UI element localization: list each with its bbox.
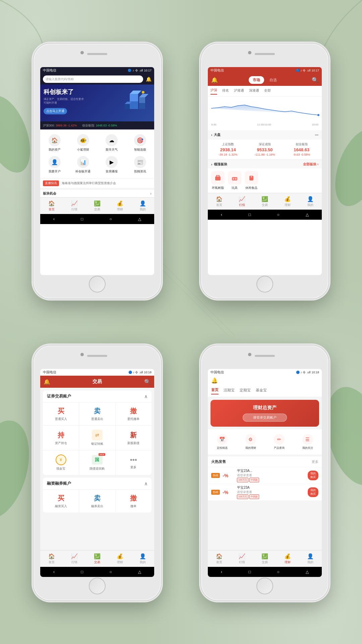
hot-buy-btn-2[interactable]: 我的购买 — [308, 487, 318, 497]
p4-tab-current[interactable]: 活期宝 — [224, 388, 235, 394]
trade-transfer[interactable]: ⇄ 银证转账 — [79, 426, 115, 450]
sector-toy[interactable]: 玩具 — [228, 171, 241, 190]
phone1-home-button[interactable] — [89, 276, 106, 292]
nav-market[interactable]: 📈 行情 — [71, 200, 78, 212]
quick-item-kcb[interactable]: 📊 科创板开通 — [69, 154, 97, 176]
p3-android-circle[interactable]: ○ — [110, 570, 112, 574]
subtab-hkconnect-sh[interactable]: 沪港通 — [234, 88, 244, 94]
nav-trade[interactable]: 💹 交易 — [94, 200, 101, 212]
quick-item-finance[interactable]: 🐠 小鲨理财 — [69, 132, 97, 154]
margin-sell[interactable]: 卖 融券卖出 — [79, 490, 115, 513]
p3-android-triangle[interactable]: △ — [138, 570, 141, 574]
hot-tag-amount-2: 100万元 — [237, 494, 248, 499]
android-triangle-icon[interactable]: △ — [138, 217, 141, 221]
p4-tab-fixed[interactable]: 定期宝 — [240, 388, 251, 394]
p2-nav-trade[interactable]: 💹 交易 — [261, 196, 268, 207]
subtab-all[interactable]: 全部 — [264, 88, 271, 94]
collapse-icon[interactable]: ∧ — [144, 394, 147, 399]
android-circle-icon[interactable]: ○ — [110, 217, 112, 221]
quick-item-open[interactable]: 👤 我要开户 — [40, 154, 69, 176]
p4-nav-trade[interactable]: 💹 交易 — [261, 553, 268, 565]
hot-tag-risk-2: 中风险 — [249, 494, 259, 499]
trade-buy[interactable]: 买 普通买入 — [43, 402, 79, 425]
p4-nav-finance[interactable]: 💰 理财 — [284, 553, 291, 565]
android-back-icon[interactable]: ‹ — [53, 217, 55, 221]
p4-tab-home[interactable]: 首页 — [211, 387, 219, 394]
phone2-bell-icon[interactable]: 🔔 — [211, 77, 218, 83]
phone1-banner-button[interactable]: 点击马上开通 — [44, 108, 67, 114]
trade-cancel[interactable]: 撤 委托撤单 — [116, 402, 152, 425]
nav-home[interactable]: 🏠 首页 — [48, 200, 55, 212]
quick-item-news[interactable]: 📰 投顾资讯 — [126, 154, 154, 176]
p2-nav-finance[interactable]: 💰 理财 — [284, 196, 291, 207]
trade-hold[interactable]: 持 资产持仓 — [43, 426, 79, 450]
p2-nav-home[interactable]: 🏠 首页 — [216, 196, 223, 207]
p4-nav-market[interactable]: 📈 行情 — [239, 553, 245, 565]
subtab-rank[interactable]: 排名 — [222, 88, 229, 94]
p2-android-home[interactable]: □ — [248, 212, 251, 217]
phone4-login-button[interactable]: 请登录交易账户 — [243, 414, 287, 422]
p3-nav-trade[interactable]: 💹 交易 — [94, 553, 101, 565]
p3-android-back[interactable]: ‹ — [53, 570, 55, 574]
kcb-icon: 📊 — [77, 156, 89, 168]
p3-android-home[interactable]: □ — [81, 570, 83, 574]
trade-cash[interactable]: ¥ 现金宝 — [43, 450, 79, 475]
hot-buy-btn-1[interactable]: 我的购买 — [308, 471, 318, 480]
p2-nav-market[interactable]: 📈 行情 — [239, 196, 245, 207]
p4-android-circle[interactable]: ○ — [277, 570, 280, 574]
quick-item-select[interactable]: 🎯 智能选股 — [126, 132, 154, 154]
margin-buy[interactable]: 买 融资买入 — [43, 490, 79, 513]
bell-icon[interactable]: 🔔 — [146, 76, 152, 82]
trade-bond[interactable]: 国 NEW 国债逆回购 — [79, 450, 115, 475]
phone2-tab-market[interactable]: 市场 — [249, 76, 264, 84]
phone3-bell-icon[interactable]: 🔔 — [44, 379, 50, 385]
trade-sell[interactable]: 卖 普通卖出 — [79, 402, 115, 425]
p3-nav-finance[interactable]: 💰 理财 — [117, 553, 123, 565]
phone2: 中国电信 🔵 ♪ 令 .ull 10:17 🔔 市场 自选 🔍 — [201, 44, 328, 299]
hold-icon: 持 — [58, 431, 64, 440]
p4-android-back[interactable]: ‹ — [221, 570, 222, 574]
p2-nav-profile[interactable]: 👤 我的 — [307, 196, 314, 207]
sector-more-link[interactable]: 全部板块 › — [303, 162, 318, 167]
quick-item-assets[interactable]: 🏠 我的资产 — [40, 132, 69, 154]
subtab-hushen[interactable]: 沪深 — [210, 88, 217, 95]
p4-tab-fund[interactable]: 基金宝 — [256, 388, 267, 394]
phone2-home-button[interactable] — [256, 276, 273, 292]
p4-nav-profile[interactable]: 👤 我的 — [307, 553, 314, 565]
quick-item-weather[interactable]: ☁ 股市天气 — [97, 132, 126, 154]
subtab-hkconnect-sz[interactable]: 深港通 — [249, 88, 259, 94]
phone2-tab-watchlist[interactable]: 自选 — [265, 76, 281, 84]
p2-android-circle[interactable]: ○ — [277, 212, 280, 217]
nav-finance[interactable]: 💰 理财 — [117, 200, 123, 212]
sector-snack[interactable]: 休闲食品 — [245, 171, 258, 190]
hot-more-link[interactable]: 更多 — [312, 460, 318, 464]
p4-android-home[interactable]: □ — [248, 570, 251, 574]
phone3-home-button[interactable] — [89, 578, 106, 594]
trade-more[interactable]: ••• 更多 — [116, 450, 152, 475]
p4-android-triangle[interactable]: △ — [306, 570, 309, 574]
news-label: 投顾资讯 — [134, 169, 146, 174]
nav-profile[interactable]: 👤 我的 — [139, 200, 146, 212]
android-home-icon[interactable]: □ — [81, 217, 83, 221]
p4-quick-watch[interactable]: ☰ 我的关注 — [293, 432, 322, 452]
sector-epoxy[interactable]: 环氧树脂 — [211, 171, 225, 190]
p2-android-back[interactable]: ‹ — [221, 212, 222, 217]
p4-quick-dz[interactable]: 📅 定投精选 — [208, 432, 236, 452]
phone1-search-input[interactable]: 请输入股票代码/简称 — [43, 75, 143, 83]
margin-collapse-icon[interactable]: ∧ — [144, 481, 147, 486]
p3-nav-home[interactable]: 🏠 首页 — [48, 553, 55, 565]
p4-nav-home[interactable]: 🏠 首页 — [216, 553, 223, 565]
p3-nav-market[interactable]: 📈 行情 — [71, 553, 78, 565]
p2-android-triangle[interactable]: △ — [306, 212, 309, 217]
phone3-search-icon[interactable]: 🔍 — [144, 379, 151, 385]
phone4-bell-icon[interactable]: 🔔 — [211, 377, 218, 384]
margin-cancel[interactable]: 撤 撤单 — [116, 490, 152, 513]
phone2-search-icon[interactable]: 🔍 — [312, 77, 318, 83]
quick-item-broadcast[interactable]: ▶ 首席播报 — [97, 154, 126, 176]
p3-nav-profile[interactable]: 👤 我的 — [139, 553, 146, 565]
p4-quick-query[interactable]: ✏ 产品查询 — [265, 432, 293, 452]
p4-quick-my[interactable]: ⚙ 我的理财 — [236, 432, 265, 452]
trade-new[interactable]: 新 新股新债 — [116, 426, 152, 450]
phone4-home-button[interactable] — [256, 578, 273, 594]
market-more-icon[interactable]: ••• — [315, 133, 318, 137]
